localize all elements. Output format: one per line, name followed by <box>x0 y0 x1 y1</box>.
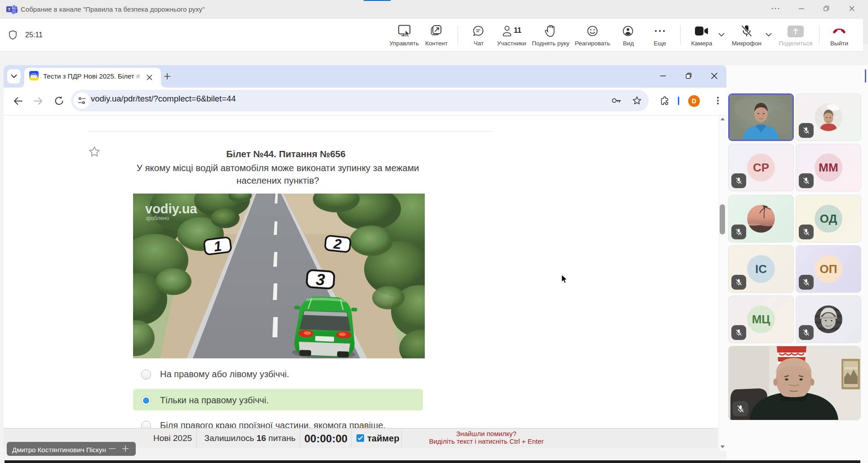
svg-text:vodiy.ua: vodiy.ua <box>145 202 197 216</box>
svg-text:T: T <box>8 7 11 12</box>
svg-text:3: 3 <box>316 270 326 289</box>
svg-text:2: 2 <box>333 236 343 252</box>
svg-text:зроблено: зроблено <box>146 215 169 221</box>
